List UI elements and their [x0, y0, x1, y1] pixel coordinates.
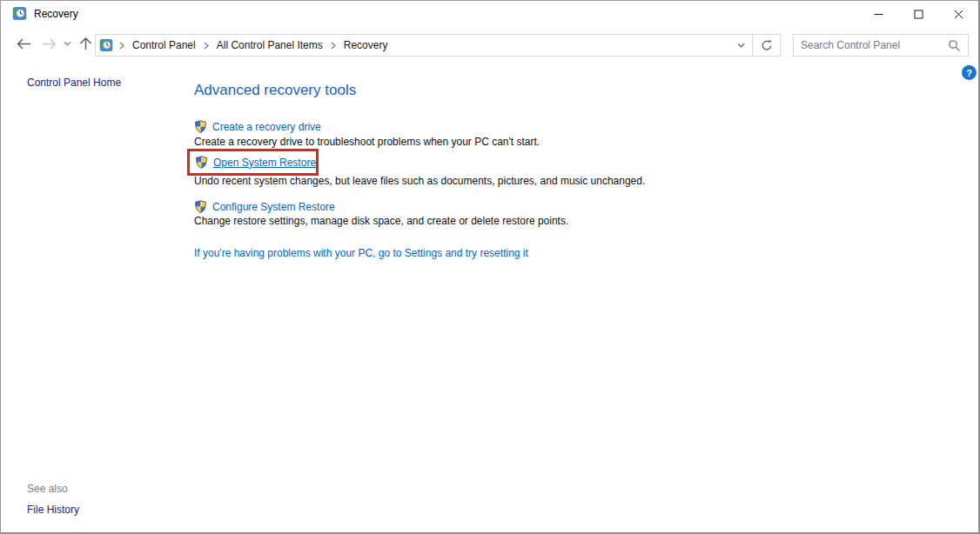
task-open-system-restore: Open System Restore: [195, 156, 316, 169]
recovery-app-icon: [12, 6, 27, 21]
breadcrumb-separator-icon: [203, 42, 210, 50]
uac-shield-icon: [194, 120, 207, 133]
task-description: Change restore settings, manage disk spa…: [194, 215, 568, 227]
breadcrumb-separator-icon: [330, 42, 337, 50]
task-create-recovery-drive: Create a recovery drive: [194, 120, 321, 133]
up-button[interactable]: [74, 27, 97, 60]
close-icon: [954, 10, 963, 19]
breadcrumb-recovery[interactable]: Recovery: [342, 36, 390, 55]
search-icon[interactable]: [948, 39, 961, 52]
breadcrumb-all-control-panel-items[interactable]: All Control Panel Items: [215, 36, 325, 55]
uac-shield-icon: [195, 156, 208, 169]
close-button[interactable]: [938, 1, 978, 27]
breadcrumb-separator-icon: [118, 42, 125, 50]
configure-system-restore-link[interactable]: Configure System Restore: [212, 201, 335, 213]
search-box: [793, 34, 969, 57]
minimize-button[interactable]: [858, 1, 898, 27]
chevron-down-icon: [737, 43, 745, 48]
address-dropdown-button[interactable]: [729, 35, 752, 56]
task-description: Undo recent system changes, but leave fi…: [194, 175, 645, 187]
navigation-bar: Control Panel All Control Panel Items Re…: [1, 27, 978, 60]
recovery-location-icon: [99, 38, 113, 52]
titlebar: Recovery: [1, 1, 978, 27]
maximize-button[interactable]: [898, 1, 938, 27]
refresh-icon: [761, 39, 773, 51]
up-arrow-icon: [79, 37, 92, 50]
see-also-label: See also: [27, 483, 68, 495]
settings-reset-link[interactable]: If you're having problems with your PC, …: [194, 247, 528, 259]
page-title: Advanced recovery tools: [194, 82, 356, 99]
search-input[interactable]: [794, 39, 948, 51]
maximize-icon: [914, 10, 923, 19]
task-description: Create a recovery drive to troubleshoot …: [194, 136, 540, 148]
window-controls: [858, 1, 978, 27]
sidebar-item-control-panel-home[interactable]: Control Panel Home: [27, 77, 121, 89]
sidebar-item-file-history[interactable]: File History: [27, 504, 79, 516]
create-recovery-drive-link[interactable]: Create a recovery drive: [212, 121, 321, 133]
window-title: Recovery: [34, 8, 78, 20]
back-button[interactable]: [10, 27, 37, 60]
help-button[interactable]: ?: [962, 65, 977, 80]
forward-button[interactable]: [37, 27, 61, 60]
forward-arrow-icon: [42, 38, 57, 50]
task-configure-system-restore: Configure System Restore: [194, 200, 335, 213]
back-arrow-icon: [17, 38, 31, 50]
breadcrumb-control-panel[interactable]: Control Panel: [131, 36, 198, 55]
minimize-icon: [874, 10, 883, 19]
chevron-down-icon: [64, 41, 71, 46]
recovery-window: Recovery: [0, 0, 980, 534]
open-system-restore-link[interactable]: Open System Restore: [213, 157, 316, 169]
address-bar[interactable]: Control Panel All Control Panel Items Re…: [95, 34, 781, 57]
uac-shield-icon: [194, 200, 207, 213]
refresh-button[interactable]: [753, 35, 780, 56]
recent-pages-button[interactable]: [59, 27, 75, 60]
